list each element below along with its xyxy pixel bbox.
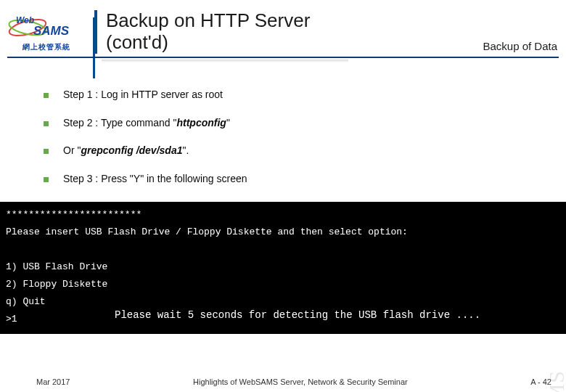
- terminal-line: ************************: [6, 206, 560, 224]
- title-rule: [7, 57, 559, 58]
- title-rule-shadow: [102, 60, 348, 62]
- websams-logo: Web SAMS: [7, 13, 86, 42]
- footer-date: Mar 2017: [36, 377, 70, 386]
- bullet-text: Step 2 : Type command "httpconfig": [63, 117, 230, 129]
- terminal-screenshot: ************************ Please insert U…: [0, 202, 566, 334]
- footer-center: Highlights of WebSAMS Server, Network & …: [193, 377, 408, 386]
- terminal-line: 1) USB Flash Drive: [6, 258, 560, 276]
- bullet-item: Or "grepconfig /dev/sda1".: [44, 144, 537, 157]
- terminal-line: Please insert USB Flash Drive / Floppy D…: [6, 224, 560, 241]
- title-block: Backup on HTTP Server (cont'd) Backup of…: [94, 10, 566, 54]
- svg-text:Web: Web: [16, 15, 34, 25]
- bullet-text: Step 1 : Log in HTTP server as root: [63, 89, 223, 101]
- title-divider-vertical: [93, 17, 95, 78]
- title-line-1: Backup on HTTP Server: [106, 9, 310, 31]
- slide-header: Web SAMS 網上校管系統 Backup on HTTP Server (c…: [0, 0, 566, 54]
- terminal-line: 2) Floppy Diskette: [6, 276, 560, 293]
- bullet-text: Step 3 : Press "Y" in the following scre…: [63, 173, 247, 185]
- logo-subtext: 網上校管系統: [22, 42, 70, 52]
- bullet-icon: [44, 149, 49, 154]
- bullet-item: Step 2 : Type command "httpconfig": [44, 117, 537, 129]
- content-area: Step 1 : Log in HTTP server as root Step…: [0, 54, 566, 185]
- bullet-text: Or "grepconfig /dev/sda1".: [63, 144, 189, 157]
- logo-block: Web SAMS 網上校管系統: [7, 13, 86, 52]
- bullet-icon: [44, 93, 49, 98]
- section-label: Backup of Data: [483, 40, 557, 52]
- title-line-2: (cont'd): [106, 31, 168, 53]
- bullet-item: Step 1 : Log in HTTP server as root: [44, 89, 537, 101]
- bullet-item: Step 3 : Press "Y" in the following scre…: [44, 173, 537, 185]
- bullet-icon: [44, 177, 49, 182]
- terminal-line: [6, 241, 560, 258]
- bullet-icon: [44, 121, 49, 126]
- svg-text:SAMS: SAMS: [33, 24, 70, 38]
- terminal-overlay: Please wait 5 seconds for detecting the …: [109, 302, 566, 330]
- slide-footer: Mar 2017 Highlights of WebSAMS Server, N…: [0, 377, 566, 386]
- footer-page: A - 42: [530, 377, 551, 386]
